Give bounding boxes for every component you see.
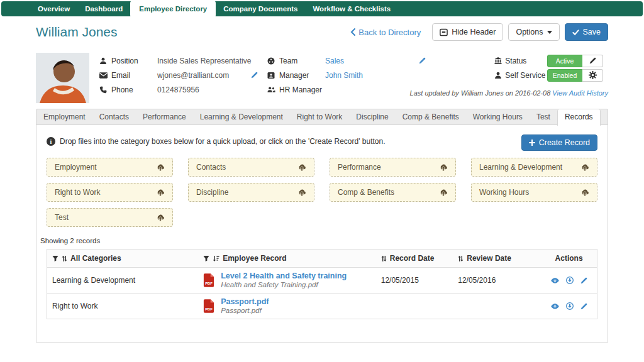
tab-working-hours[interactable]: Working Hours — [466, 109, 530, 124]
page-header: William Jones Back to Directory Hide Hea… — [36, 23, 608, 41]
sort-icon[interactable] — [458, 255, 464, 262]
record-title-link[interactable]: Passport.pdf — [221, 297, 269, 306]
header-all-categories[interactable]: All Categories — [47, 250, 199, 268]
hr-manager-label: HR Manager — [279, 85, 325, 94]
record-title-link[interactable]: Level 2 Health and Safety training — [221, 272, 347, 280]
nav-item-overview[interactable]: Overview — [30, 1, 77, 16]
manager-value-link[interactable]: John Smith — [325, 71, 363, 80]
options-label: Options — [516, 28, 543, 36]
record-filename: Health and Safety Training.pdf — [221, 281, 318, 288]
tab-employment[interactable]: Employment — [36, 109, 92, 124]
upload-box-discipline[interactable]: Discipline — [188, 183, 314, 202]
team-label: Team — [279, 57, 325, 65]
building-icon — [494, 57, 502, 65]
profile-col-org: Team Sales Manager John Smith HR Manager — [267, 53, 426, 97]
nav-item-workflow-checklists[interactable]: Workflow & Checklists — [305, 1, 398, 16]
upload-box-employment[interactable]: Employment — [47, 158, 173, 177]
hide-header-button[interactable]: Hide Header — [432, 23, 503, 41]
upload-box-working-hours[interactable]: Working Hours — [471, 183, 597, 202]
field-self-service: Self Service Enabled — [494, 68, 608, 82]
section-tabs: Employment Contacts Performance Learning… — [36, 109, 608, 124]
header-actions: Actions — [541, 250, 597, 268]
tab-contacts[interactable]: Contacts — [92, 109, 136, 124]
phone-icon — [99, 86, 107, 94]
filter-icon[interactable] — [203, 255, 209, 262]
back-link-label: Back to Directory — [358, 28, 421, 37]
row-record-date: 12/05/2015 — [376, 268, 453, 293]
edit-status-pencil-icon[interactable] — [582, 55, 603, 67]
row-actions — [546, 277, 592, 284]
plus-icon — [529, 140, 535, 146]
nav-item-company-documents[interactable]: Company Documents — [216, 1, 305, 16]
table-row: Right to Work PDF Passport.pdf Passport.… — [47, 293, 597, 319]
caret-down-icon — [547, 31, 552, 34]
category-upload-grid: Employment Contacts Performance Learning… — [47, 158, 597, 227]
options-button[interactable]: Options — [508, 23, 559, 41]
header-review-date[interactable]: Review Date — [453, 250, 541, 268]
person-icon — [494, 72, 502, 79]
header-actions: Back to Directory Hide Header Options Sa… — [350, 23, 608, 41]
upload-box-contacts[interactable]: Contacts — [188, 158, 314, 177]
tab-discipline[interactable]: Discipline — [349, 109, 395, 124]
tab-records[interactable]: Records — [557, 109, 601, 126]
tab-learning-development[interactable]: Learning & Development — [193, 109, 290, 124]
field-team: Team Sales — [267, 53, 426, 68]
team-value-link[interactable]: Sales — [325, 57, 344, 65]
team-icon — [267, 57, 275, 65]
header-record-date[interactable]: Record Date — [376, 250, 453, 268]
download-record-icon[interactable] — [566, 277, 574, 284]
upload-box-performance[interactable]: Performance — [330, 158, 456, 177]
position-value: Inside Sales Representative — [157, 57, 251, 65]
view-record-eye-icon[interactable] — [551, 304, 559, 309]
users-icon — [267, 86, 275, 93]
upload-box-comp-benefits[interactable]: Comp & Benefits — [330, 183, 456, 202]
chevron-left-icon — [350, 28, 355, 36]
header-employee-record[interactable]: Employee Record — [198, 250, 376, 268]
edit-record-pencil-icon[interactable] — [580, 277, 587, 284]
create-record-button[interactable]: Create Record — [521, 134, 597, 151]
svg-text:PDF: PDF — [205, 282, 213, 285]
records-panel: i Drop files into the category boxes bel… — [36, 124, 608, 343]
tab-performance[interactable]: Performance — [136, 109, 193, 124]
upload-box-right-to-work[interactable]: Right to Work — [47, 183, 173, 202]
self-service-label: Self Service — [505, 71, 547, 80]
nav-item-employee-directory[interactable]: Employee Directory — [130, 1, 216, 18]
upload-box-learning-development[interactable]: Learning & Development — [471, 158, 597, 177]
nav-item-dashboard[interactable]: Dashboard — [77, 1, 130, 16]
profile-col-status: Status Active Self Service Enabled — [494, 53, 608, 82]
check-icon — [572, 29, 579, 36]
cloud-upload-icon — [439, 163, 448, 172]
status-badge[interactable]: Active — [547, 55, 582, 67]
view-audit-history-link[interactable]: View Audit History — [552, 89, 608, 97]
edit-email-pencil-icon[interactable] — [251, 72, 258, 79]
tab-right-to-work[interactable]: Right to Work — [290, 109, 349, 124]
page-title: William Jones — [36, 25, 118, 40]
last-updated-text: Last updated by William Jones on 2016-02… — [410, 89, 551, 97]
tab-test[interactable]: Test — [530, 109, 557, 124]
create-record-label: Create Record — [539, 138, 590, 147]
tab-comp-benefits[interactable]: Comp & Benefits — [396, 109, 466, 124]
document-cell: PDF Passport.pdf Passport.pdf — [203, 297, 371, 315]
table-row: Learning & Development PDF Level 2 Healt… — [47, 268, 597, 293]
download-record-icon[interactable] — [566, 302, 574, 310]
phone-label: Phone — [111, 85, 157, 94]
save-button[interactable]: Save — [565, 23, 609, 41]
filter-icon[interactable] — [52, 255, 58, 262]
self-service-badge[interactable]: Enabled — [547, 69, 582, 82]
sort-amount-icon[interactable] — [213, 255, 219, 262]
info-text: i Drop files into the category boxes bel… — [47, 137, 386, 146]
sort-icon[interactable] — [62, 255, 67, 262]
cloud-upload-icon — [580, 189, 589, 197]
sort-icon[interactable] — [381, 255, 387, 262]
pdf-file-icon: PDF — [203, 299, 214, 313]
document-cell: PDF Level 2 Health and Safety training H… — [203, 272, 371, 289]
hide-header-label: Hide Header — [452, 28, 496, 36]
phone-value: 0124875956 — [157, 85, 199, 94]
self-service-gear-icon[interactable] — [582, 69, 603, 82]
edit-record-pencil-icon[interactable] — [580, 303, 587, 310]
back-to-directory-link[interactable]: Back to Directory — [350, 28, 421, 37]
cloud-upload-icon — [156, 214, 165, 222]
edit-team-pencil-icon[interactable] — [419, 57, 426, 64]
upload-box-test[interactable]: Test — [47, 208, 173, 227]
view-record-eye-icon[interactable] — [551, 278, 559, 283]
